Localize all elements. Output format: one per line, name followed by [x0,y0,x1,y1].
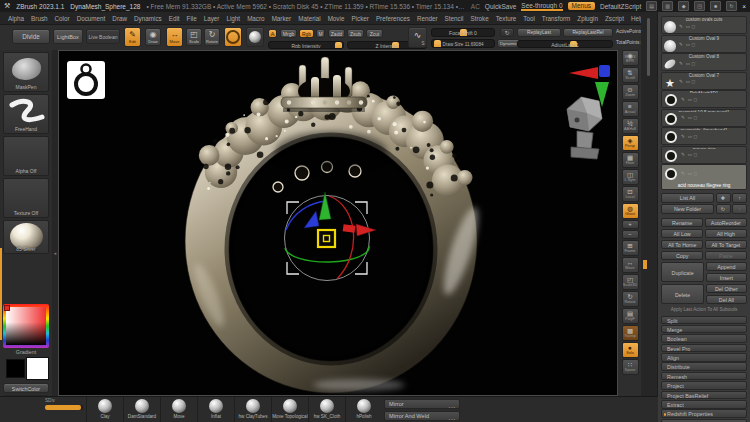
action-button-left[interactable]: All Low [661,229,703,239]
gizmo-x-arrow[interactable] [356,224,376,236]
dock-divider[interactable]: ▴▾ [641,12,657,422]
adjust-last-slider[interactable]: AdjustLast 1 [517,40,613,48]
stroke-type-button[interactable]: ∿ S [408,27,427,48]
edit-pencil-icon[interactable]: ✎ [679,80,683,85]
brush-slot[interactable]: Inflat [197,397,234,422]
current-brush-slot[interactable]: MaskPen [3,52,49,92]
section-header[interactable]: Distribute [661,362,747,371]
tray-scrollbar[interactable] [0,248,2,340]
color-picker[interactable] [3,304,49,348]
brush-slot[interactable]: hw ClayTubes [234,397,271,422]
zsub-button[interactable]: Zsub [347,29,364,38]
subtool-item[interactable]: Custom Oval 8 ✎ ▭ ◻ [661,53,747,71]
menu-item[interactable]: Transform [542,15,570,22]
focal-shift-slider[interactable]: Focal Shift 0 [431,28,495,37]
action-button-left[interactable]: Copy [661,251,703,261]
right-shelf-button[interactable]: ≡ Actual [622,101,639,117]
gizmo-z-arrow[interactable] [304,211,319,228]
gizmo-y-ring[interactable] [285,246,369,262]
edit-pencil-icon[interactable]: ✎ [681,153,685,158]
section-header[interactable]: Bevel Pro [661,344,747,353]
subtool-item[interactable]: PolyMesh3D1 ✎ ▭ ◻ [661,90,747,108]
right-shelf-button[interactable]: − [622,230,639,239]
secondary-color-swatch[interactable] [26,357,49,380]
right-shelf-button[interactable]: ◫ L.Sym [622,169,639,185]
menu-item[interactable]: Stencil [445,15,464,22]
gradient-label[interactable]: Gradient [3,349,49,355]
section-header[interactable]: Project [661,381,747,390]
rgb-intensity-slider[interactable]: Rgb Intensity [268,41,344,49]
switch-color-button[interactable]: SwitchColor [3,383,49,393]
section-header[interactable]: Redshift Properties [661,409,747,418]
render-icon[interactable]: ◻ [694,98,698,103]
mrgb-button[interactable]: Mrgb [280,29,297,38]
del-other-button[interactable]: Del Other [706,284,747,294]
menu-item[interactable]: Macro [247,15,265,22]
section-header[interactable]: Extract [661,400,747,409]
action-button-right[interactable]: All To Target [705,240,747,250]
right-shelf-button[interactable]: ◍ Ghost [622,203,639,219]
subtool-thumbnail[interactable] [664,77,676,89]
brush-slot[interactable]: Move Topological [271,397,308,422]
texture-slot[interactable]: Texture Off [3,178,49,218]
rotate-button[interactable]: ↻Rotate [204,28,220,46]
config-icon[interactable]: ◳ [694,1,705,11]
menu-item[interactable]: Material [298,15,320,22]
paint-icon[interactable]: ▭ [686,62,690,67]
action-button-right[interactable]: AutoReorder [705,218,747,228]
menu-item[interactable]: Preferences [376,15,410,22]
palette-icon[interactable]: ◆ [678,1,689,11]
right-shelf-button[interactable]: ∷ Xpose [622,359,639,375]
menu-item[interactable]: Color [55,15,70,22]
material-slot[interactable]: 85 Silver [3,220,49,254]
brush-slot[interactable]: DamStandard [123,397,160,422]
menu-item[interactable]: Zscript [605,15,624,22]
insert-button[interactable]: Insert [706,273,747,283]
subtool-thumbnail[interactable] [665,150,677,162]
transform-gizmo[interactable] [285,192,377,281]
render-icon[interactable]: ◻ [692,80,696,85]
subtool-thumbnail[interactable] [665,131,677,143]
alpha-slot[interactable]: Alpha Off [3,136,49,176]
paint-icon[interactable]: ▭ [686,25,690,30]
menu-item[interactable]: Dynamics [134,15,162,22]
subtool-item[interactable]: acid nouveau filegree ring ✎ ▭ ◻ [661,164,747,190]
user-icon[interactable]: ☻ [710,1,721,11]
stroke-slot[interactable]: FreeHand [3,94,49,134]
subtool-item[interactable]: Custom Oval 7 ✎ ▭ ◻ [661,72,747,90]
menu-item[interactable]: Zplugin [577,15,598,22]
current-brush-button[interactable] [224,27,242,47]
menu-item[interactable]: Draw [112,15,127,22]
paint-icon[interactable]: ▭ [688,153,692,158]
sdiv-slider[interactable] [45,405,83,410]
brush-slot[interactable]: Clay [86,397,123,422]
render-icon[interactable]: ◻ [692,43,696,48]
m-button[interactable]: M [316,29,325,38]
subtool-thumbnail[interactable] [664,40,676,52]
mirror-button[interactable]: Mirror••• [384,399,460,409]
section-header[interactable]: Split [661,316,747,325]
edit-pencil-icon[interactable]: ✎ [681,116,685,121]
menu-item[interactable]: Edit [169,15,180,22]
section-header[interactable]: Merge [661,325,747,334]
replay-last-button[interactable]: ReplayLast [517,28,561,37]
right-shelf-button[interactable]: ⊙ Zoom [622,84,639,100]
gizmo-center-square[interactable] [318,230,335,247]
draw-size-slider[interactable]: Draw Size 11.69084 [431,39,495,48]
right-shelf-button[interactable]: ⊞ Frame [622,240,639,256]
right-shelf-button[interactable]: ◰ Scale3D [622,274,639,290]
edit-pencil-icon[interactable]: ✎ [679,25,683,30]
right-shelf-button[interactable]: + [622,220,639,229]
section-header[interactable]: Project BasRelief [661,391,747,400]
brush-slot[interactable]: Move [160,397,197,422]
edit-button[interactable]: ✎Edit [124,27,141,47]
color-picker-cursor[interactable] [4,305,10,311]
material-button[interactable] [246,27,264,47]
live-boolean-button[interactable]: Live Boolean [86,29,120,44]
anchor-toggle[interactable]: A [268,29,277,38]
menu-item[interactable]: File [187,15,197,22]
menu-item[interactable]: Light [226,15,240,22]
render-icon[interactable]: ◻ [694,116,698,121]
menu-item[interactable]: Layer [204,15,220,22]
viewport-canvas[interactable] [58,50,618,396]
